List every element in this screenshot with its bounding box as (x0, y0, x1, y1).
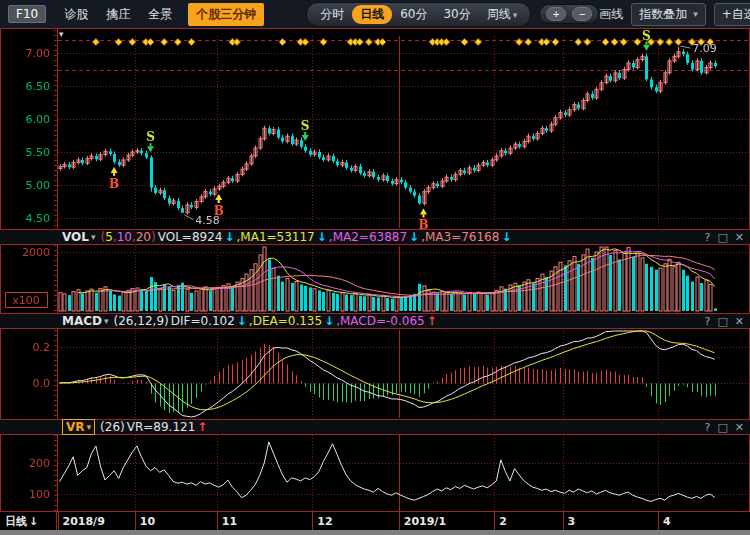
chevron-down-icon: ▾ (104, 316, 109, 326)
indicator-param: (26) (100, 420, 125, 434)
close-icon[interactable]: ✕ (735, 315, 744, 328)
macd-title: MACD (62, 314, 102, 328)
chevron-down-icon: ▾ (87, 422, 92, 432)
trend-arrow-icon: ↓ (224, 230, 234, 244)
indicator-value: ,MA2=63887 (329, 230, 407, 244)
close-icon[interactable]: ✕ (735, 421, 744, 434)
indicator-value: VOL=8924 (158, 230, 223, 244)
chart-area: ▾ VOL▾ (5,10,20) VOL=8924↓,MA1=53117↓,MA… (0, 28, 750, 512)
volume-title: VOL (62, 230, 89, 244)
chevron-down-icon: ▾ (91, 232, 96, 242)
add-watchlist-label: +自选 (722, 6, 750, 23)
tab-diagnose-stock[interactable]: 诊股 (64, 6, 88, 23)
x-axis-label: 11 (217, 512, 237, 530)
indicator-param: 20 (136, 230, 151, 244)
maximize-icon[interactable]: □ (717, 421, 727, 434)
trend-arrow-icon: ↓ (501, 230, 511, 244)
x-axis-label: 2 (494, 512, 507, 530)
arrow-down-icon: ↓ (29, 515, 38, 528)
trend-arrow-icon: ↑ (427, 314, 437, 328)
macd-indicator-dropdown[interactable]: MACD▾ (62, 314, 109, 328)
x-axis-label: 2018/9 (58, 512, 105, 530)
month-labels: 2018/91011122019/1234 (57, 512, 750, 530)
close-icon[interactable]: ✕ (735, 231, 744, 244)
vr-title: VR (66, 420, 85, 434)
macd-values: DIF=0.102↓,DEA=0.135↓,MACD=-0.065↑ (169, 314, 437, 328)
indicator-value: ,DEA=0.135 (249, 314, 322, 328)
period-weekly-label: 周线 (487, 7, 511, 21)
help-icon[interactable]: ? (705, 231, 711, 244)
bottom-scrollbar[interactable] (0, 530, 750, 535)
volume-panel-header: VOL▾ (5,10,20) VOL=8924↓,MA1=53117↓,MA2=… (0, 229, 750, 245)
index-overlay-label: 指数叠加 (639, 6, 687, 23)
indicator-value: ,MA3=76168 (421, 230, 499, 244)
timeframe-label[interactable]: 日线↓ (0, 512, 57, 530)
chevron-down-icon: ▾ (513, 10, 518, 20)
indicator-value: ,MA1=53117 (237, 230, 315, 244)
add-watchlist-button[interactable]: +自选▾ (714, 3, 750, 26)
index-overlay-button[interactable]: 指数叠加▾ (631, 3, 706, 26)
indicator-param: 10 (117, 230, 132, 244)
help-icon[interactable]: ? (705, 315, 711, 328)
vr-params: (26) (100, 420, 125, 434)
timeframe-text: 日线 (5, 514, 27, 529)
vr-indicator-dropdown[interactable]: VR▾ (62, 419, 95, 435)
volume-indicator-dropdown[interactable]: VOL▾ (62, 230, 95, 244)
indicator-dropdown-icon[interactable]: ▾ (59, 29, 64, 39)
x-axis-label: 3 (563, 512, 576, 530)
trend-arrow-icon: ↓ (317, 230, 327, 244)
trend-arrow-icon: ↓ (237, 314, 247, 328)
stock-3min-button[interactable]: 个股三分钟 (188, 3, 264, 26)
maximize-icon[interactable]: □ (717, 315, 727, 328)
tab-catch-banker[interactable]: 擒庄 (106, 6, 130, 23)
period-daily[interactable]: 日线 (352, 5, 392, 24)
period-60min[interactable]: 60分 (392, 5, 435, 24)
period-selector: 分时 日线 60分 30分 周线▾ (306, 2, 531, 27)
trend-arrow-icon: ↓ (409, 230, 419, 244)
maximize-icon[interactable]: □ (717, 231, 727, 244)
top-toolbar: F10 诊股 擒庄 全景 个股三分钟 分时 日线 60分 30分 周线▾ + −… (0, 0, 750, 28)
vr-panel-header: VR▾ (26) VR=89.121↑ ? □ ✕ (0, 419, 750, 435)
x-axis-label: 2019/1 (399, 512, 446, 530)
trend-arrow-icon: ↑ (197, 420, 207, 434)
trend-arrow-icon: ↓ (324, 314, 334, 328)
time-axis: 日线↓ 2018/91011122019/1234 (0, 512, 750, 530)
volume-values: VOL=8924↓,MA1=53117↓,MA2=63887↓,MA3=7616… (156, 230, 512, 244)
zoom-in-button[interactable]: + (546, 7, 566, 21)
volume-params: (5,10,20) (100, 230, 155, 244)
f10-button[interactable]: F10 (8, 5, 46, 23)
chevron-down-icon: ▾ (693, 9, 698, 19)
zoom-controls: + − (539, 4, 599, 24)
zoom-out-button[interactable]: − (572, 7, 592, 21)
indicator-param: 5 (105, 230, 113, 244)
help-icon[interactable]: ? (705, 421, 711, 434)
period-weekly[interactable]: 周线▾ (479, 5, 526, 24)
period-30min[interactable]: 30分 (435, 5, 478, 24)
chart-canvas[interactable] (0, 28, 750, 512)
indicator-value: ,MACD=-0.065 (336, 314, 425, 328)
macd-params: (26,12,9) (114, 314, 169, 328)
x-axis-label: 12 (312, 512, 332, 530)
draw-line-button[interactable]: 画线 (599, 6, 623, 23)
stock-chart-app: F10 诊股 擒庄 全景 个股三分钟 分时 日线 60分 30分 周线▾ + −… (0, 0, 750, 535)
vr-values: VR=89.121↑ (125, 420, 208, 434)
x-axis-label: 4 (658, 512, 671, 530)
period-intraday[interactable]: 分时 (312, 5, 352, 24)
tab-panorama[interactable]: 全景 (148, 6, 172, 23)
x-axis-label: 10 (135, 512, 155, 530)
indicator-value: VR=89.121 (127, 420, 196, 434)
indicator-param: (26,12,9) (114, 314, 169, 328)
macd-panel-header: MACD▾ (26,12,9) DIF=0.102↓,DEA=0.135↓,MA… (0, 313, 750, 329)
indicator-value: DIF=0.102 (171, 314, 235, 328)
